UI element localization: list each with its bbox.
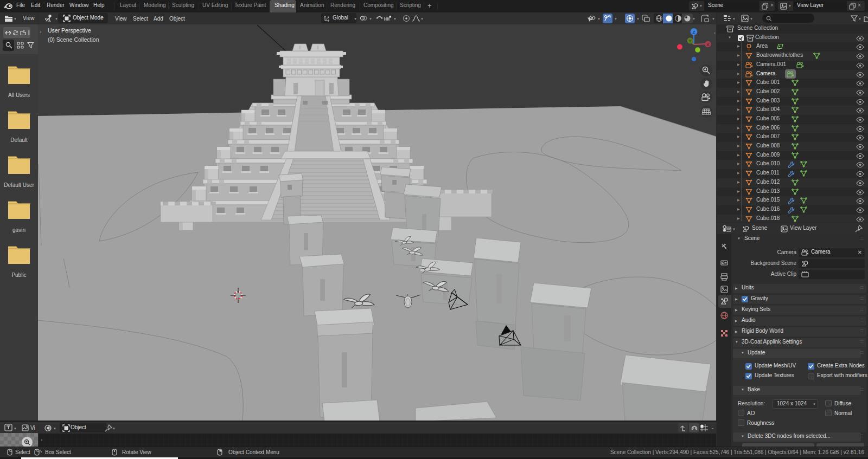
svg-text:User Perspective: User Perspective: [48, 27, 91, 34]
svg-text:‹: ‹: [714, 30, 716, 36]
svg-text:Z: Z: [693, 30, 695, 35]
svg-text:Y: Y: [688, 38, 692, 43]
svg-text:(0) Scene Collection: (0) Scene Collection: [48, 36, 99, 43]
svg-text:›: ›: [40, 29, 41, 35]
svg-text:X: X: [706, 42, 710, 47]
